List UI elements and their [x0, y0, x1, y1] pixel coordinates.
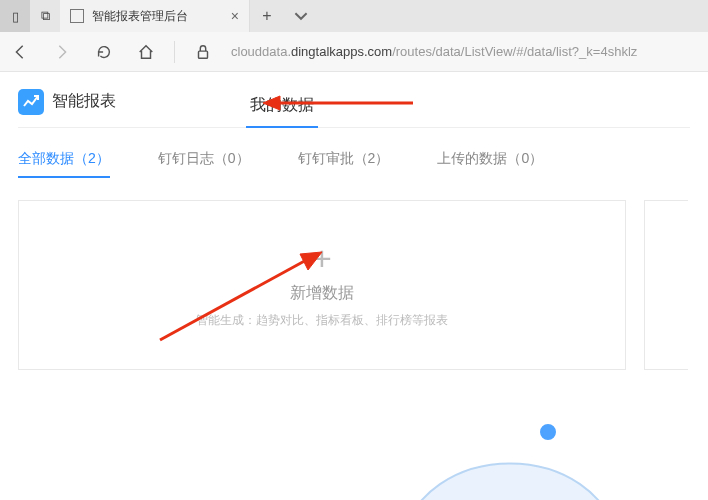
brand[interactable]: 智能报表 — [18, 89, 116, 127]
subtab-dingtalk-log[interactable]: 钉钉日志（0） — [158, 150, 250, 178]
back-button[interactable] — [6, 38, 34, 66]
tab-title: 智能报表管理后台 — [92, 8, 188, 25]
browser-tab[interactable]: 智能报表管理后台 × — [60, 0, 250, 32]
browser-address-bar: clouddata.dingtalkapps.com/routes/data/L… — [0, 32, 708, 72]
forward-button[interactable] — [48, 38, 76, 66]
subtab-all-data[interactable]: 全部数据（2） — [18, 150, 110, 178]
divider — [174, 41, 175, 63]
page-content: 智能报表 我的数据 全部数据（2） 钉钉日志（0） 钉钉审批（2） 上传的数据（… — [0, 72, 708, 370]
add-card-subtitle: 智能生成：趋势对比、指标看板、排行榜等报表 — [196, 312, 448, 329]
home-button[interactable] — [132, 38, 160, 66]
brand-name: 智能报表 — [52, 91, 116, 112]
url-field[interactable]: clouddata.dingtalkapps.com/routes/data/L… — [231, 44, 702, 59]
page-icon — [70, 9, 84, 23]
refresh-button[interactable] — [90, 38, 118, 66]
url-prefix: clouddata. — [231, 44, 291, 59]
add-card-title: 新增数据 — [290, 283, 354, 304]
new-tab-button[interactable]: + — [250, 0, 284, 32]
subtab-dingtalk-approval[interactable]: 钉钉审批（2） — [298, 150, 390, 178]
tabs-more-button[interactable] — [284, 0, 318, 32]
next-card-peek[interactable] — [644, 200, 688, 370]
subtabs: 全部数据（2） 钉钉日志（0） 钉钉审批（2） 上传的数据（0） — [18, 128, 690, 188]
close-tab-icon[interactable]: × — [231, 8, 239, 24]
svg-point-5 — [541, 425, 555, 439]
browser-titlebar: ▯ ⧉ 智能报表管理后台 × + — [0, 0, 708, 32]
plus-icon: + — [312, 241, 332, 275]
url-path: /routes/data/ListView/#/data/list?_k=4sh… — [392, 44, 637, 59]
nav-tab-my-data[interactable]: 我的数据 — [246, 89, 318, 128]
brand-logo-icon — [18, 89, 44, 115]
svg-rect-0 — [199, 51, 208, 58]
lock-icon — [189, 38, 217, 66]
decorative-chart-bubble — [380, 376, 640, 500]
header-row: 智能报表 我的数据 — [18, 88, 690, 128]
recent-tabs-button[interactable]: ⧉ — [30, 0, 60, 32]
add-data-card[interactable]: + 新增数据 智能生成：趋势对比、指标看板、排行榜等报表 — [18, 200, 626, 370]
window-layout-button[interactable]: ▯ — [0, 0, 30, 32]
url-host: dingtalkapps.com — [291, 44, 392, 59]
subtab-uploaded-data[interactable]: 上传的数据（0） — [437, 150, 543, 178]
card-row: + 新增数据 智能生成：趋势对比、指标看板、排行榜等报表 — [18, 200, 690, 370]
